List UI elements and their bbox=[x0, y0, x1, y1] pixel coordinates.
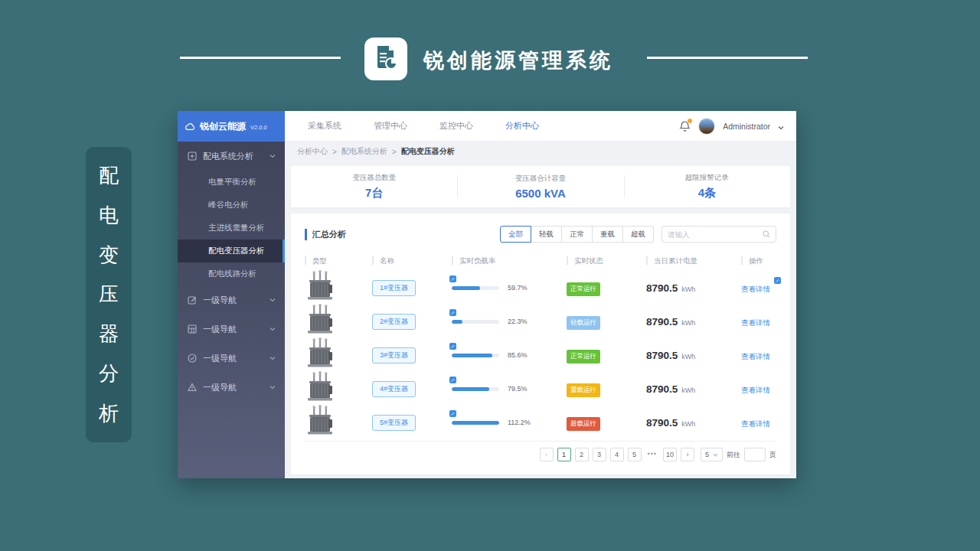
breadcrumb-analysis-center[interactable]: 分析中心 bbox=[297, 146, 328, 157]
transformer-image bbox=[305, 304, 372, 339]
transformer-name-button[interactable]: 5#变压器 bbox=[372, 415, 416, 431]
topbar-right: Administrator bbox=[679, 118, 784, 135]
table-row: 1#变压器 59.7% 正常运行 8790.5kWh 查看详情 bbox=[305, 270, 776, 304]
table-row: 3#变压器 85.6% 正常运行 8790.5kWh 查看详情 bbox=[305, 337, 776, 371]
notification-bell-icon[interactable] bbox=[679, 120, 691, 132]
app-version: V2.0.0 bbox=[250, 124, 267, 131]
sidebar-item-main-line-demand[interactable]: 主进线需量分析 bbox=[178, 217, 285, 240]
daily-energy: 8790.5kWh bbox=[646, 416, 741, 429]
daily-energy: 8790.5kWh bbox=[646, 348, 741, 362]
decorative-line-left bbox=[180, 57, 341, 59]
stat-alarm-records: 超限报警记录 4条 bbox=[624, 166, 790, 207]
edit-square-icon bbox=[187, 295, 197, 305]
breadcrumb-current-page: 配电变压器分析 bbox=[401, 146, 455, 157]
view-details-link[interactable]: 查看详情 bbox=[741, 419, 770, 428]
check-circle-icon bbox=[187, 354, 197, 364]
slide-stage: 锐创能源管理系统 配 电 变 压 器 分 析 锐创云能源 V2.0.0 配电系统… bbox=[0, 0, 980, 551]
pagination-next-button[interactable]: › bbox=[681, 448, 694, 461]
sidebar-item-peak-valley[interactable]: 峰谷电分析 bbox=[178, 194, 285, 217]
table-row: 4#变压器 79.5% 重载运行 8790.5kWh 查看详情 bbox=[305, 371, 776, 405]
chevron-down-icon bbox=[270, 298, 276, 302]
page-title: 锐创能源管理系统 bbox=[423, 47, 613, 74]
sidebar-group-label: 一级导航 bbox=[203, 382, 237, 393]
sidebar-item-energy-balance[interactable]: 电量平衡分析 bbox=[178, 171, 285, 194]
sidebar-group-nav-3[interactable]: 一级导航 bbox=[178, 344, 285, 373]
edit-badge-icon bbox=[449, 309, 456, 316]
filter-all[interactable]: 全部 bbox=[500, 226, 531, 243]
filter-heavy-load[interactable]: 重载 bbox=[593, 226, 623, 243]
caret-down-icon bbox=[713, 451, 718, 458]
sidebar-group-nav-4[interactable]: 一级导航 bbox=[178, 373, 285, 402]
sidebar-group-label: 一级导航 bbox=[203, 324, 237, 335]
filter-overload[interactable]: 超载 bbox=[623, 226, 654, 243]
view-details-link[interactable]: 查看详情 bbox=[741, 386, 770, 394]
page-size-select[interactable]: 5 bbox=[701, 448, 723, 461]
filter-light-load[interactable]: 轻载 bbox=[531, 226, 562, 243]
avatar[interactable] bbox=[698, 118, 715, 135]
sidebar-group-distribution-analysis[interactable]: 配电系统分析 bbox=[178, 142, 285, 171]
goto-page-suffix: 页 bbox=[769, 450, 776, 460]
sidebar-group-nav-2[interactable]: 一级导航 bbox=[178, 315, 285, 344]
sidebar-item-line-analysis[interactable]: 配电线路分析 bbox=[178, 262, 285, 285]
nav-management-center[interactable]: 管理中心 bbox=[374, 120, 407, 132]
transformer-name-button[interactable]: 2#变压器 bbox=[372, 314, 416, 330]
stats-card: 变压器总数量 7台 变压器合计容量 6500 kVA 超限报警记录 4条 bbox=[291, 166, 790, 207]
transformer-name-button[interactable]: 3#变压器 bbox=[372, 347, 416, 364]
caret-down-icon[interactable] bbox=[778, 119, 784, 133]
sidebar: 锐创云能源 V2.0.0 配电系统分析 电量平衡分析 峰谷电分析 主进线需量分析… bbox=[178, 111, 285, 478]
pagination-page-3[interactable]: 3 bbox=[593, 448, 606, 461]
pagination-page-10[interactable]: 10 bbox=[663, 448, 677, 461]
nav-collect-system[interactable]: 采集系统 bbox=[308, 120, 341, 132]
panel-head: 汇总分析 全部 轻载 正常 重载 超载 bbox=[305, 223, 776, 246]
daily-energy: 8790.5kWh bbox=[646, 382, 741, 396]
document-pencil-icon bbox=[372, 44, 400, 74]
transformer-image bbox=[305, 371, 372, 406]
summary-panel: 汇总分析 全部 轻载 正常 重载 超载 bbox=[291, 214, 790, 474]
status-badge: 超载运行 bbox=[567, 417, 600, 431]
transformer-name-button[interactable]: 1#变压器 bbox=[372, 280, 416, 296]
goto-page-input[interactable] bbox=[744, 448, 766, 461]
view-details-link[interactable]: 查看详情 bbox=[741, 352, 770, 360]
pagination-page-2[interactable]: 2 bbox=[575, 448, 589, 461]
status-badge: 重载运行 bbox=[567, 383, 600, 397]
pagination-page-1[interactable]: 1 bbox=[557, 448, 571, 461]
view-details-link[interactable]: 查看详情 bbox=[741, 285, 770, 293]
load-filter-group: 全部 轻载 正常 重载 超载 bbox=[500, 226, 654, 243]
pagination-page-5[interactable]: 5 bbox=[628, 448, 642, 461]
load-rate: 59.7% bbox=[452, 284, 567, 292]
pagination-ellipsis: ••• bbox=[645, 448, 659, 461]
pagination-page-4[interactable]: 4 bbox=[610, 448, 624, 461]
app-name: 锐创云能源 bbox=[200, 120, 246, 133]
sidebar-group-nav-1[interactable]: 一级导航 bbox=[178, 285, 285, 315]
search-icon[interactable] bbox=[763, 227, 770, 241]
edit-badge-icon bbox=[449, 343, 456, 350]
pagination-prev-button[interactable]: ‹ bbox=[540, 448, 554, 461]
sidebar-group-label: 一级导航 bbox=[203, 353, 237, 364]
warning-triangle-icon bbox=[187, 383, 197, 393]
sidebar-item-transformer-analysis[interactable]: 配电变压器分析 bbox=[178, 240, 285, 262]
load-rate: 79.5% bbox=[452, 385, 567, 393]
status-badge: 正常运行 bbox=[567, 282, 600, 296]
transformer-name-button[interactable]: 4#变压器 bbox=[372, 381, 416, 397]
transformer-image bbox=[305, 405, 372, 440]
edit-badge-icon bbox=[449, 276, 456, 282]
chevron-down-icon bbox=[270, 154, 276, 158]
edit-badge-icon bbox=[449, 410, 456, 417]
content: 变压器总数量 7台 变压器合计容量 6500 kVA 超限报警记录 4条 汇总分… bbox=[285, 161, 796, 478]
nav-monitor-center[interactable]: 监控中心 bbox=[439, 120, 473, 132]
table-header: 类型 名称 实时负载率 实时状态 当日累计电量 操作 bbox=[305, 250, 776, 270]
load-rate: 112.2% bbox=[452, 419, 567, 426]
chevron-down-icon bbox=[270, 385, 276, 390]
edit-badge-icon bbox=[774, 277, 781, 284]
table-row: 5#变压器 112.2% 超载运行 8790.5kWh 查看详情 bbox=[305, 405, 776, 439]
view-details-link[interactable]: 查看详情 bbox=[741, 318, 770, 327]
nav-analysis-center[interactable]: 分析中心 bbox=[505, 120, 539, 132]
transformer-image bbox=[305, 337, 372, 373]
breadcrumb-distribution-analysis[interactable]: 配电系统分析 bbox=[341, 146, 387, 157]
brand-logo bbox=[364, 37, 407, 80]
username: Administrator bbox=[723, 122, 770, 131]
filter-normal[interactable]: 正常 bbox=[562, 226, 593, 243]
sidebar-group-label: 配电系统分析 bbox=[203, 151, 253, 162]
stat-transformer-count: 变压器总数量 7台 bbox=[291, 166, 457, 207]
search-input[interactable] bbox=[668, 230, 763, 239]
